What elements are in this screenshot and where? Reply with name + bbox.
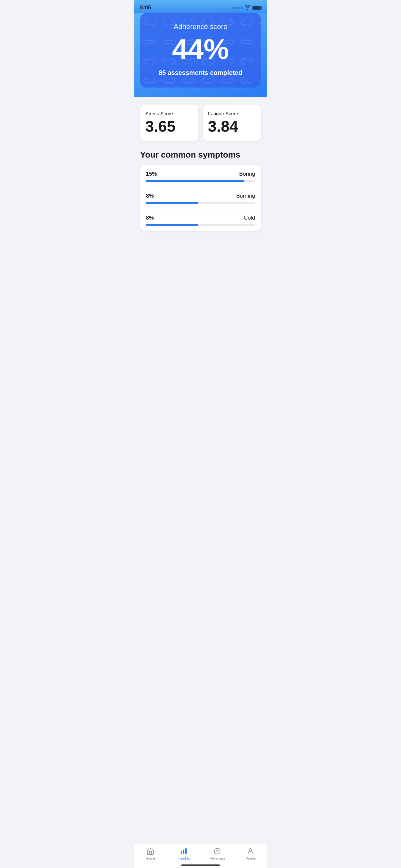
symptoms-title: Your common symptoms [140, 150, 261, 160]
symptom-percent: 8% [146, 215, 154, 221]
adherence-score-title: Adherence score [148, 23, 253, 31]
adherence-score-card: Adherence score 44% 85 assessments compl… [140, 13, 261, 88]
symptom-row: 15% Boring [146, 165, 255, 187]
symptom-bar-fill [146, 180, 244, 182]
symptoms-section: Your common symptoms 15% Boring 8% Burni… [134, 141, 267, 230]
symptom-header: 8% Burning [146, 193, 255, 199]
symptom-bar-track [146, 224, 255, 226]
hero-background: Adherence score 44% 85 assessments compl… [134, 13, 267, 97]
symptom-name: Boring [239, 171, 255, 177]
wifi-icon [245, 5, 251, 11]
assessments-completed: 85 assessments completed [148, 69, 253, 76]
symptom-percent: 8% [146, 193, 154, 199]
signal-dots-icon [234, 7, 243, 9]
symptom-bar-fill [146, 224, 198, 226]
symptom-header: 15% Boring [146, 171, 255, 177]
symptoms-card: 15% Boring 8% Burning 8% Cold [140, 165, 261, 230]
status-bar: 5:05 [134, 0, 267, 13]
symptom-bar-track [146, 202, 255, 204]
fatigue-score-label: Fatigue Score [208, 111, 256, 116]
adherence-score-value: 44% [148, 35, 253, 63]
stress-score-card: Stress Score 3.65 [140, 105, 198, 141]
symptom-name: Cold [244, 215, 255, 221]
battery-icon [252, 6, 261, 10]
stress-score-label: Stress Score [145, 111, 193, 116]
symptom-row: 8% Cold [146, 209, 255, 230]
symptom-header: 8% Cold [146, 215, 255, 221]
status-time: 5:05 [140, 4, 151, 11]
score-cards-container: Stress Score 3.65 Fatigue Score 3.84 [134, 97, 267, 141]
symptom-bar-fill [146, 202, 198, 204]
symptom-row: 8% Burning [146, 187, 255, 209]
fatigue-score-card: Fatigue Score 3.84 [203, 105, 261, 141]
status-icons [234, 5, 261, 11]
fatigue-score-value: 3.84 [208, 119, 256, 134]
symptom-name: Burning [236, 193, 255, 199]
symptom-percent: 15% [146, 171, 157, 177]
stress-score-value: 3.65 [145, 119, 193, 134]
symptom-bar-track [146, 180, 255, 182]
